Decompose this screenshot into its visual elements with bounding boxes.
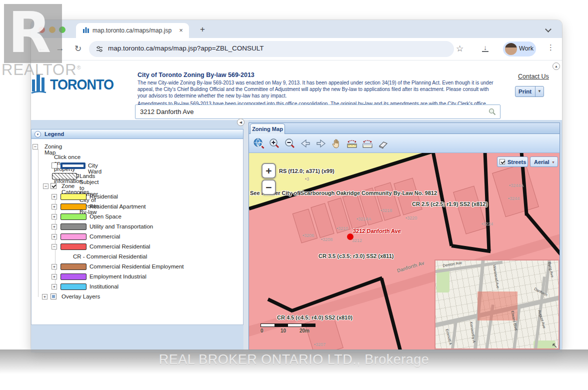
site-settings-icon[interactable] [96,45,104,55]
collapse-box-icon[interactable]: − [32,144,38,150]
expand-box-icon[interactable]: + [52,214,57,220]
measure-distance-icon[interactable] [346,138,358,150]
page-title: City of Toronto Zoning By-law 569-2013 [138,72,500,78]
profile-chip[interactable]: Work [503,42,536,56]
zone-category-row[interactable]: +Residential Apartment [32,202,244,212]
expand-box-icon[interactable]: + [52,234,57,240]
collapse-header-button[interactable]: ▲ [552,62,560,70]
parcel-number-label: •3210 [336,226,348,231]
map-zoom-in-button[interactable]: + [262,163,276,178]
expand-box-icon[interactable]: + [52,264,57,270]
reload-icon[interactable]: ↻ [72,44,84,54]
search-icon[interactable] [488,108,496,118]
inset-resize-icon[interactable] [552,342,558,348]
panel-splitter[interactable] [244,120,248,352]
city-ward-swatch [60,162,86,169]
zone-subcategory-label: CR - Commercial Residential [73,254,147,260]
zone-category-row[interactable]: +Commercial [32,232,244,242]
address-bar[interactable]: map.toronto.ca/maps/map.jsp?app=ZBL_CONS… [89,41,454,57]
contact-us-link[interactable]: Contact Us [518,73,549,80]
map-toolbar [249,134,560,153]
tab-close-icon[interactable]: × [177,26,185,34]
tab-zoning-map[interactable]: Zoning Map [250,124,285,134]
zone-color-swatch [60,214,86,220]
parcel-number-label: •3224 [482,222,493,226]
zone-category-label: Employment Industrial [90,274,146,280]
eraser-icon[interactable] [377,138,389,150]
zone-category-row[interactable]: −Commercial Residential [32,242,244,252]
address-search-input[interactable] [135,104,500,119]
expand-box-icon[interactable]: + [52,224,57,230]
parcel-number-label: •3208 [321,237,332,242]
expand-box-icon[interactable]: − [52,244,57,250]
map-zoom-out-button[interactable]: − [262,180,276,195]
next-extent-icon[interactable] [315,138,327,150]
zone-category-label: Residential [90,194,118,200]
streets-toggle[interactable]: Streets [497,156,528,167]
new-tab-button[interactable]: + [197,24,208,35]
expand-box-icon[interactable]: + [52,274,57,280]
zone-category-row[interactable]: +Commercial Residential Employment [32,262,244,272]
zone-category-label: Commercial Residential [90,244,150,250]
tab-search-chevron-icon[interactable] [545,26,551,32]
zone-category-row[interactable]: +Institutional [32,282,244,292]
realtor-logo-watermark: R [4,4,62,63]
tab-strip: map.toronto.ca/maps/map.jsp × + [31,20,562,38]
streets-checkbox[interactable] [500,159,505,164]
zone-category-row[interactable]: +Employment Industrial [32,272,244,282]
zone-color-swatch [60,274,86,280]
bylaw-description: The new City-wide Zoning By-law 569-2013… [138,80,500,99]
expand-box-icon[interactable]: + [52,284,57,290]
scale-bar [260,324,316,327]
zone-category-label: Residential Apartment [90,204,146,210]
zone-category-row[interactable]: +Open Space [32,212,244,222]
browser-toolbar: ← → ↻ map.toronto.ca/maps/map.jsp?app=ZB… [31,38,562,60]
parcel-number-label: •3206 [302,233,314,238]
parcel-number-label: •3244A [509,183,524,188]
zoom-out-icon[interactable] [284,138,296,150]
tree-item-overlay-layers[interactable]: +Overlay Layers [32,292,244,302]
city-ward-checkbox[interactable] [52,162,58,168]
panels-area: ▼ Legend − Zoning Map Click once on prop… [31,120,562,352]
realtor-word-watermark: REALTOR® [2,61,82,79]
scale-tick-label: 0 [260,328,264,334]
overview-inset-map[interactable]: Denton AveWanstead AveByng AveDanforthEl… [434,260,560,350]
pan-hand-icon[interactable] [330,138,342,150]
expand-box-icon[interactable]: + [52,194,57,200]
measure-area-icon[interactable] [362,138,374,150]
browser-tab[interactable]: map.toronto.ca/maps/map.jsp × [76,23,189,38]
previous-extent-icon[interactable] [300,138,312,150]
zone-category-row[interactable]: +Residential [32,192,244,202]
zone-boundary-line [267,298,294,312]
brokerage-watermark-text: REAL BROKER ONTARIO LTD., Brokerage [0,352,588,368]
scale-tick-label: 20m [300,328,310,334]
zoom-in-icon[interactable] [268,138,280,150]
zone-subcategory-row[interactable]: CR - Commercial Residential [32,252,244,262]
parcel-number-label: •3220 [406,216,417,220]
print-dropdown-icon[interactable]: ▼ [535,86,544,96]
collapse-box-icon[interactable]: − [43,184,48,189]
zone-color-swatch [60,284,86,290]
zone-category-list: +Residential+Residential Apartment+Open … [32,192,244,302]
expand-box-icon[interactable]: + [52,204,57,210]
zone-color-swatch [60,194,86,200]
print-button[interactable]: Print ▼ [515,86,544,97]
zone-category-row[interactable]: +Utility and Transportation [32,222,244,232]
expand-box-icon[interactable]: + [42,294,48,300]
downloads-icon[interactable]: ↓ [481,44,490,52]
collapse-left-panel-button[interactable]: ◀ [237,118,244,126]
inset-street-label: Wanstead Ave [492,264,500,289]
aerial-dropdown[interactable]: Aerial ▼ [530,156,558,167]
bookmark-star-icon[interactable]: ☆ [456,44,464,54]
legend-collapse-icon[interactable]: ▼ [34,131,41,138]
overlay-layers-checkbox[interactable] [50,294,56,300]
inset-street-label: Emmott A [444,328,453,346]
zone-categories-checkbox[interactable] [50,183,56,189]
map-viewport[interactable]: RS (f12.0; a371) (x99)See Former City of… [249,153,560,350]
zone-category-label: Commercial Residential Employment [90,264,184,270]
legend-header[interactable]: ▼ Legend [31,129,244,139]
browser-menu-icon[interactable]: ⋮ [547,43,554,52]
zoom-full-extent-icon[interactable] [253,138,265,150]
zone-label: See Former City of Scarborough Oakridge … [250,190,437,196]
aerial-dropdown-icon: ▼ [552,160,555,164]
